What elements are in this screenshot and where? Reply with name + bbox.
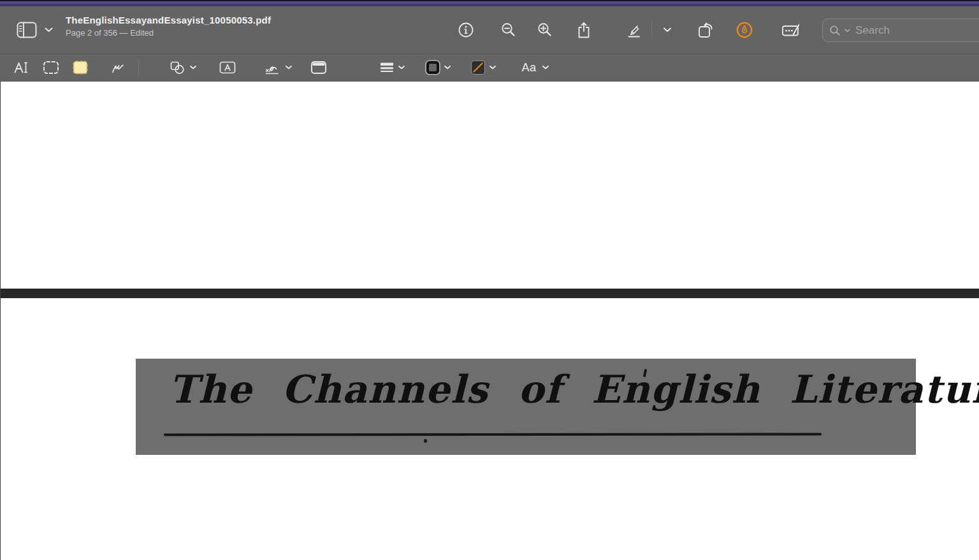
sidebar-toggle-button[interactable] — [17, 22, 37, 38]
border-color-icon — [424, 59, 441, 76]
redact-tool[interactable] — [72, 60, 89, 75]
zoom-out-button[interactable] — [501, 22, 516, 38]
document-view: The Channels of English Literature — [0, 82, 979, 560]
window-title-block: TheEnglishEssayandEssayist_10050053.pdf … — [66, 15, 271, 38]
share-button[interactable] — [576, 21, 591, 39]
titlebar-divider — [651, 21, 652, 39]
rotate-icon — [697, 21, 714, 39]
fill-color-dropdown-chevron[interactable] — [490, 66, 497, 70]
chevron-down-icon — [490, 66, 497, 70]
shapes-dropdown-chevron[interactable] — [190, 66, 197, 70]
sidebar-menu-chevron[interactable] — [45, 27, 53, 32]
rectangular-selection-tool[interactable] — [43, 61, 59, 75]
rotate-button[interactable] — [697, 21, 714, 39]
markup-pen-nib-icon — [736, 21, 753, 39]
fill-color-tool[interactable] — [470, 59, 486, 76]
text-box-tool[interactable] — [219, 61, 236, 75]
page-separator — [0, 289, 979, 298]
title-bar: TheEnglishEssayandEssayist_10050053.pdf … — [0, 6, 979, 54]
shapes-icon — [170, 61, 185, 75]
annotate-button[interactable] — [626, 22, 642, 38]
annotate-dropdown-chevron[interactable] — [664, 27, 672, 32]
markup-toolbar: Aa — [0, 54, 979, 82]
pdf-page-1-bottom — [0, 82, 979, 289]
sketch-tool[interactable] — [110, 61, 126, 75]
search-scope-chevron-icon — [845, 29, 850, 32]
note-icon — [310, 61, 327, 75]
search-input[interactable] — [854, 24, 979, 38]
shapes-tool[interactable] — [170, 61, 185, 75]
chevron-down-icon — [444, 66, 451, 70]
border-color-dropdown-chevron[interactable] — [444, 66, 451, 70]
text-selection-tool[interactable] — [13, 61, 29, 75]
chevron-down-icon — [398, 66, 405, 70]
zoom-in-icon — [537, 22, 553, 38]
page-left-edge — [0, 82, 1, 560]
window-subtitle: Page 2 of 356 — Edited — [66, 28, 271, 38]
text-style-label: Aa — [521, 61, 536, 75]
rectangular-selection-icon — [43, 61, 59, 75]
chevron-down-icon — [542, 66, 549, 70]
signature-tool[interactable] — [265, 60, 280, 75]
scanned-headline-box: The Channels of English Literature — [136, 359, 916, 455]
chevron-down-icon — [190, 66, 197, 70]
text-style-tool[interactable]: Aa — [521, 61, 536, 75]
chevron-down-icon — [286, 66, 293, 70]
chevron-down-icon — [664, 27, 672, 32]
form-fill-icon — [781, 22, 801, 38]
text-selection-icon — [13, 61, 29, 75]
signature-icon — [265, 60, 280, 75]
line-weight-icon — [379, 61, 395, 75]
form-fill-button[interactable] — [781, 22, 801, 38]
info-icon — [458, 22, 474, 38]
border-color-tool[interactable] — [424, 59, 441, 76]
sidebar-icon — [17, 22, 37, 38]
window-title: TheEnglishEssayandEssayist_10050053.pdf — [66, 15, 271, 25]
text-style-dropdown-chevron[interactable] — [542, 66, 549, 70]
fill-color-icon — [470, 59, 486, 76]
preview-window: TheEnglishEssayandEssayist_10050053.pdf … — [0, 0, 979, 560]
scanned-headline-underline — [164, 433, 822, 436]
line-weight-tool[interactable] — [379, 61, 395, 75]
scanned-headline-text: The Channels of English Literature — [169, 368, 979, 412]
note-tool[interactable] — [310, 61, 327, 75]
search-icon — [829, 25, 841, 36]
markup-toolbar-divider — [138, 59, 139, 76]
zoom-out-icon — [501, 22, 516, 38]
search-field[interactable] — [822, 18, 979, 42]
ink-speck — [424, 439, 427, 443]
markup-toolbar-toggle-button[interactable] — [736, 21, 753, 39]
signature-dropdown-chevron[interactable] — [286, 66, 293, 70]
text-box-icon — [219, 61, 236, 75]
zoom-in-button[interactable] — [537, 22, 553, 38]
pencil-underline-icon — [626, 22, 642, 38]
sketch-scribble-icon — [110, 61, 126, 75]
info-button[interactable] — [458, 22, 474, 38]
chevron-down-icon — [45, 27, 53, 32]
share-icon — [576, 21, 591, 39]
desktop-menubar-edge — [0, 0, 979, 6]
line-weight-dropdown-chevron[interactable] — [398, 66, 405, 70]
redact-icon — [72, 60, 89, 75]
